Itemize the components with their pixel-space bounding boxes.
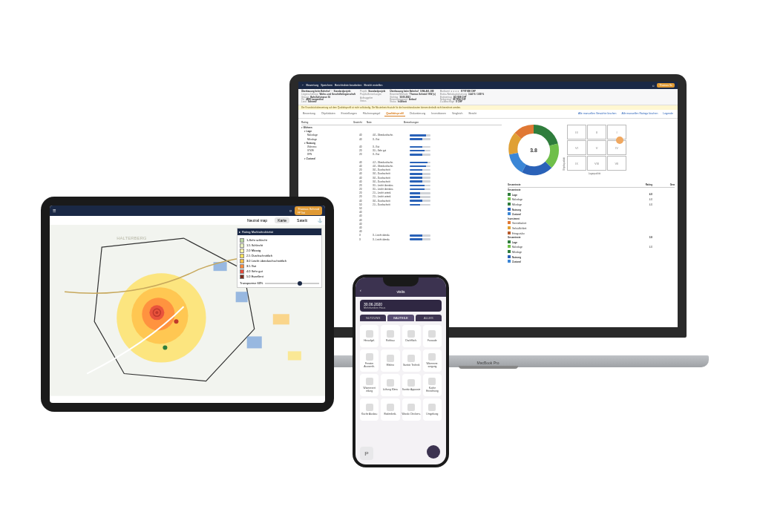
phone-tab-bauteile[interactable]: BAUTEILE bbox=[387, 315, 413, 321]
summary-row: Mikrolage4.0 bbox=[508, 202, 675, 207]
info-row: LandSchweiz bbox=[301, 101, 356, 103]
summary-row: Mikrolage bbox=[508, 249, 675, 254]
tile-icon bbox=[387, 355, 394, 362]
phone-tabs: NUTZUNGBAUTEILEALLES bbox=[360, 315, 442, 321]
transparency-slider[interactable]: Transparenz 60% bbox=[240, 281, 319, 285]
tab-investitionen[interactable]: Investitionen bbox=[430, 111, 448, 116]
svg-rect-12 bbox=[273, 314, 289, 324]
user-chip[interactable]: Thomas SchmidFP Test bbox=[295, 206, 322, 215]
tile-icon bbox=[407, 404, 415, 411]
legend-item: 3.0 Leicht überdurchschnittlich bbox=[240, 258, 319, 263]
back-icon[interactable]: ‹ bbox=[360, 288, 361, 292]
app-brand: visits bbox=[396, 289, 404, 294]
right-panel: 3.8 Objektqualität IIIIIIVIVIVIXVIIIVII … bbox=[505, 119, 678, 327]
tile-icon bbox=[407, 379, 415, 387]
matrix-y-axis: Objektqualität bbox=[563, 157, 566, 171]
svg-point-14 bbox=[163, 345, 167, 349]
summary-table: Gesamtnote Rating Gew GesamtnoteLage4.0M… bbox=[508, 183, 675, 264]
summary-row: Zustand bbox=[508, 259, 675, 264]
parking-button[interactable]: P bbox=[360, 447, 373, 460]
summary-row: Lage4.0 bbox=[508, 192, 675, 197]
tile-elektro[interactable]: Elektro bbox=[381, 349, 399, 372]
tab-bericht[interactable]: Bericht bbox=[467, 111, 478, 116]
tile-wandv-deckenv-[interactable]: Wandv. Deckenv. bbox=[402, 398, 421, 421]
tile-fassade[interactable]: Fassade bbox=[423, 325, 442, 347]
matrix-cell: III bbox=[567, 125, 586, 139]
tab-action[interactable]: Legende bbox=[661, 111, 675, 116]
tile-l-ftung-klima[interactable]: Lüftung Klima bbox=[381, 374, 399, 396]
map-viewport[interactable]: HALTERBERG ▸Rating Marktattraktivi bbox=[50, 225, 325, 398]
user-icon[interactable]: ☺ bbox=[652, 84, 655, 88]
tab-einstellungen[interactable]: Einstellungen bbox=[340, 111, 358, 116]
tile-k-che-einrichtung[interactable]: Küche Einrichtung bbox=[423, 374, 442, 396]
legend-item: 2.0 Mässig bbox=[240, 248, 319, 253]
create-report-button[interactable]: Bericht erstellen bbox=[364, 84, 382, 87]
tile-icon bbox=[407, 355, 415, 362]
legend-title[interactable]: ▸Rating Marktattraktivität bbox=[238, 229, 321, 235]
tile-icon bbox=[407, 330, 415, 338]
fab-button[interactable] bbox=[427, 445, 440, 459]
svg-rect-11 bbox=[247, 336, 262, 348]
tile-dachfl-ch-[interactable]: Dachfläch. bbox=[402, 325, 421, 347]
user-icon[interactable]: ☺ bbox=[289, 208, 292, 213]
tile-w-rmevert-eilung[interactable]: Wärmevert eilung bbox=[360, 374, 379, 396]
phone-tab-nutzung[interactable]: NUTZUNG bbox=[360, 315, 386, 321]
tile-sanit-r-technik[interactable]: Sanitär Technik bbox=[402, 349, 421, 372]
date-card[interactable]: 30.06.2020 Mehrfamilien Haus bbox=[360, 300, 442, 312]
tab-vergleich[interactable]: Vergleich bbox=[451, 111, 464, 116]
phone-device: ‹ visits 30.06.2020 Mehrfamilien Haus NU… bbox=[353, 275, 449, 467]
tab-qualitätsprofil[interactable]: Qualitätsprofil bbox=[384, 111, 405, 116]
tab-flächenspiegel[interactable]: Flächenspiegel bbox=[361, 111, 382, 116]
tile-umgebung[interactable]: Umgebung bbox=[423, 398, 442, 421]
donut-chart: 3.8 bbox=[508, 124, 560, 176]
save-button[interactable]: Speichern bbox=[321, 84, 332, 87]
tab-objektdaten[interactable]: Objektdaten bbox=[320, 111, 337, 116]
summary-row: Makrolage4.0 bbox=[508, 245, 675, 250]
tile-icon bbox=[428, 330, 436, 338]
tile-grid: Hinaufgel.RohbauDachfläch.FassadeFenster… bbox=[356, 321, 446, 424]
map-mode-karte[interactable]: Karte bbox=[275, 217, 289, 223]
tile-icon bbox=[387, 379, 394, 387]
tile-icon bbox=[366, 378, 373, 385]
svg-point-8 bbox=[155, 311, 158, 314]
matrix-cell: V bbox=[587, 140, 606, 155]
phone-tab-alles[interactable]: ALLES bbox=[416, 315, 442, 321]
map-mode-neutral map[interactable]: Neutral map bbox=[244, 217, 270, 223]
tile-k-che-ausbau[interactable]: Küche Ausbau bbox=[360, 398, 379, 421]
legend-item: 1-Sehr schlecht bbox=[240, 237, 319, 243]
tablet-topbar: ☰ ☺ Thomas SchmidFP Test bbox=[50, 206, 325, 216]
tile-icon bbox=[387, 330, 394, 338]
summary-row: Nutzung bbox=[508, 254, 675, 260]
tile-hinaufgel-[interactable]: Hinaufgel. bbox=[360, 325, 379, 347]
edit-report-button[interactable]: Berichtsliste bearbeiten bbox=[335, 84, 361, 87]
tab-action[interactable]: Alle manuellen Ratings löschen bbox=[620, 111, 660, 116]
tile-icon bbox=[366, 404, 373, 411]
laptop-badge: MacBook Pro bbox=[476, 361, 499, 365]
anchor-icon[interactable]: ⚓ bbox=[318, 218, 322, 223]
legend-item: 4.0 Sehr gut bbox=[240, 269, 319, 274]
summary-row: Lage bbox=[508, 240, 675, 245]
tab-bewertung[interactable]: Bewertung bbox=[301, 111, 317, 116]
tile-w-rmever-sorgung[interactable]: Wärmever. sorgung bbox=[423, 349, 442, 372]
tile-sanit-r-apparate[interactable]: Sanitär Apparate bbox=[402, 374, 421, 396]
tile-bodenbel-[interactable]: Bodenbelä. bbox=[381, 398, 399, 421]
summary-row: Gesamtnote3.8 bbox=[508, 235, 675, 240]
tile-fenster-aussenth-[interactable]: Fenster Aussenth. bbox=[360, 349, 379, 372]
laptop-lid: ← Bewertung Speichern Berichtsliste bear… bbox=[289, 74, 687, 338]
matrix-x-axis: Lagequalität bbox=[589, 172, 600, 175]
matrix-cell: VII bbox=[607, 156, 626, 171]
tab-strip: BewertungObjektdatenEinstellungenFlächen… bbox=[298, 110, 678, 119]
info-row: StatusIn Arbeit bbox=[390, 101, 436, 103]
tile-icon bbox=[366, 353, 373, 361]
summary-row: Zustand bbox=[508, 211, 675, 217]
tab-action[interactable]: Alle manuellen Gewichte löschen bbox=[577, 111, 618, 116]
tile-icon bbox=[428, 378, 436, 385]
summary-row: Ertragsrisiko bbox=[508, 231, 675, 236]
back-icon[interactable]: ← bbox=[301, 84, 304, 87]
menu-icon[interactable]: ☰ bbox=[53, 208, 56, 213]
tile-rohbau[interactable]: Rohbau bbox=[381, 325, 399, 347]
info-row: Status bbox=[360, 100, 385, 102]
map-mode-satelit[interactable]: Satelit bbox=[294, 217, 310, 223]
user-chip[interactable]: Thomas Sc bbox=[657, 83, 675, 88]
tab-diskontierung[interactable]: Diskontierung bbox=[408, 111, 427, 116]
